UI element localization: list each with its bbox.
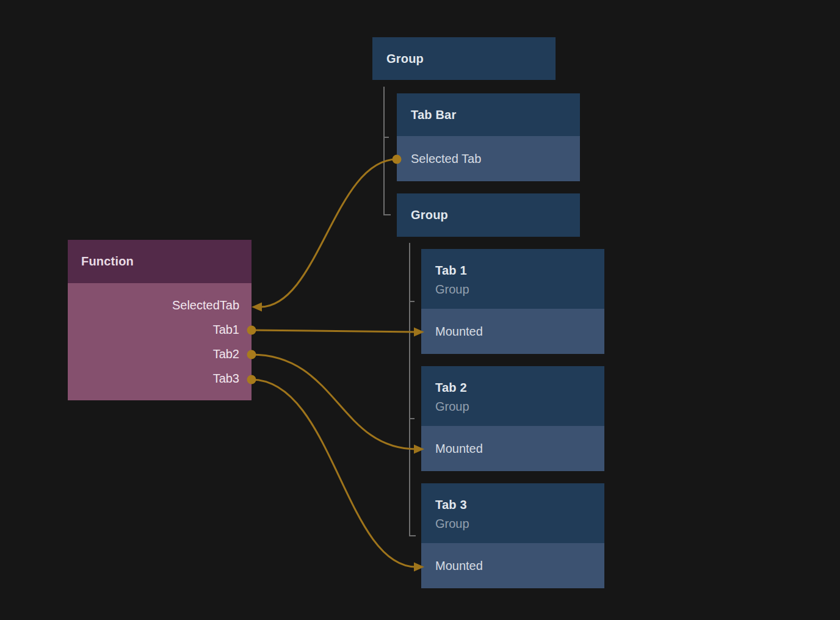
layer-title: Tab Bar xyxy=(411,106,580,124)
port-tab3[interactable]: Tab3 xyxy=(68,366,239,391)
row-label: Mounted xyxy=(435,325,483,339)
layer-node-content-group[interactable]: Group xyxy=(397,193,580,237)
function-node[interactable]: Function SelectedTab Tab1 Tab2 Tab3 xyxy=(68,240,252,400)
port-label: Tab2 xyxy=(213,347,239,361)
port-label: SelectedTab xyxy=(172,298,239,312)
layer-node-tab2[interactable]: Tab 2 Group Mounted xyxy=(421,366,604,471)
row-label: Mounted xyxy=(435,442,483,456)
layer-node-tab-bar[interactable]: Tab Bar Selected Tab xyxy=(397,93,580,181)
port-tab1[interactable]: Tab1 xyxy=(68,317,239,342)
layer-title: Group xyxy=(411,206,580,225)
layer-title: Tab 3 xyxy=(435,496,604,514)
function-title: Function xyxy=(81,254,134,269)
tab-bar-header[interactable]: Tab Bar xyxy=(397,93,580,136)
wire-tab1[interactable] xyxy=(247,326,425,337)
tab3-header[interactable]: Tab 3 Group xyxy=(421,483,604,543)
row-label: Selected Tab xyxy=(411,152,481,166)
layer-subtitle: Group xyxy=(435,280,604,299)
tab2-mounted-input-row[interactable]: Mounted xyxy=(421,426,604,471)
tab1-header[interactable]: Tab 1 Group xyxy=(421,249,604,309)
layer-title: Group xyxy=(386,49,556,68)
layer-node-tab1[interactable]: Tab 1 Group Mounted xyxy=(421,249,604,354)
tab3-mounted-input-row[interactable]: Mounted xyxy=(421,543,604,588)
layer-node-tab3[interactable]: Tab 3 Group Mounted xyxy=(421,483,604,588)
layer-subtitle: Group xyxy=(435,514,604,533)
tab2-header[interactable]: Tab 2 Group xyxy=(421,366,604,426)
tree-line-root-group xyxy=(384,87,391,215)
port-label: Tab3 xyxy=(213,372,239,386)
selected-tab-output-row[interactable]: Selected Tab xyxy=(397,136,580,181)
layer-title: Tab 1 xyxy=(435,261,604,280)
function-node-body: SelectedTab Tab1 Tab2 Tab3 xyxy=(68,283,252,400)
wire-tab2[interactable] xyxy=(247,350,425,454)
port-label: Tab1 xyxy=(213,323,239,337)
wire-selectedtab[interactable] xyxy=(252,155,402,312)
layer-subtitle: Group xyxy=(435,397,604,416)
tree-line-content-group xyxy=(410,243,416,536)
port-selectedtab[interactable]: SelectedTab xyxy=(68,293,239,317)
wire-tab3[interactable] xyxy=(247,375,425,572)
layer-title: Tab 2 xyxy=(435,378,604,397)
port-tab2[interactable]: Tab2 xyxy=(68,342,239,366)
row-label: Mounted xyxy=(435,559,483,573)
node-editor-canvas[interactable]: Group Tab Bar Selected Tab Group Tab 1 G… xyxy=(0,0,840,620)
function-node-header[interactable]: Function xyxy=(68,240,252,283)
layer-node-root-group[interactable]: Group xyxy=(372,37,556,80)
tab1-mounted-input-row[interactable]: Mounted xyxy=(421,309,604,354)
